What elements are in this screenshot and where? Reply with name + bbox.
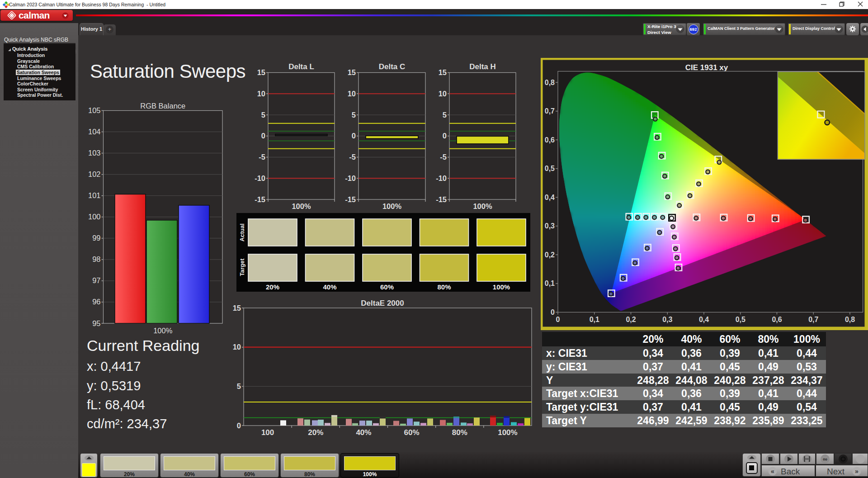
svg-text:0,6: 0,6 xyxy=(772,316,782,323)
svg-text:15: 15 xyxy=(233,304,241,312)
svg-text:0,5: 0,5 xyxy=(545,165,555,172)
svg-text:-5: -5 xyxy=(440,153,447,161)
svg-text:10: 10 xyxy=(233,343,241,351)
svg-text:96: 96 xyxy=(92,298,100,306)
svg-text:DeltaE 2000: DeltaE 2000 xyxy=(361,299,404,308)
svg-text:102: 102 xyxy=(88,170,101,178)
svg-text:80%: 80% xyxy=(437,283,451,291)
svg-text:-5: -5 xyxy=(259,153,265,161)
svg-text:-10: -10 xyxy=(345,174,356,182)
svg-text:97: 97 xyxy=(92,276,100,284)
svg-text:Target: Target xyxy=(239,258,245,276)
svg-text:20%: 20% xyxy=(308,428,323,437)
svg-text:99: 99 xyxy=(92,234,100,242)
svg-text:0,8: 0,8 xyxy=(845,316,855,323)
svg-text:»: » xyxy=(855,468,859,475)
svg-text:0,8: 0,8 xyxy=(545,79,555,86)
svg-text:0: 0 xyxy=(261,132,265,140)
svg-text:100%: 100% xyxy=(292,202,311,210)
svg-text:0,1: 0,1 xyxy=(590,316,599,323)
svg-text:0: 0 xyxy=(551,308,555,316)
svg-text:15: 15 xyxy=(348,68,356,76)
svg-text:0,2: 0,2 xyxy=(626,316,636,323)
svg-text:0,4: 0,4 xyxy=(699,316,709,323)
svg-text:0: 0 xyxy=(556,316,560,323)
svg-text:Delta H: Delta H xyxy=(469,62,496,71)
svg-text:95: 95 xyxy=(92,319,100,327)
svg-text:«: « xyxy=(771,468,774,475)
svg-text:-10: -10 xyxy=(436,174,447,182)
svg-text:5: 5 xyxy=(352,111,356,119)
svg-text:5: 5 xyxy=(237,382,241,390)
svg-text:15: 15 xyxy=(439,68,447,76)
svg-text:100: 100 xyxy=(261,428,274,437)
svg-text:Delta C: Delta C xyxy=(379,62,406,71)
svg-text:40%: 40% xyxy=(323,283,336,291)
svg-text:x: 0,4417: x: 0,4417 xyxy=(87,359,141,374)
svg-text:0,1: 0,1 xyxy=(545,279,555,287)
svg-text:0,4: 0,4 xyxy=(545,194,555,201)
svg-text:104: 104 xyxy=(88,128,101,136)
svg-text:Actual: Actual xyxy=(239,223,245,241)
svg-text:Delta L: Delta L xyxy=(288,62,314,71)
svg-text:101: 101 xyxy=(88,191,101,199)
svg-text:0,3: 0,3 xyxy=(662,316,672,323)
svg-text:Current Reading: Current Reading xyxy=(87,337,199,354)
svg-text:-10: -10 xyxy=(255,174,265,182)
svg-text:0: 0 xyxy=(352,132,356,140)
svg-text:0,3: 0,3 xyxy=(545,222,555,230)
svg-text:0: 0 xyxy=(237,421,241,430)
svg-text:15: 15 xyxy=(257,68,265,76)
svg-text:40%: 40% xyxy=(356,428,371,437)
svg-text:100%: 100% xyxy=(473,202,492,210)
svg-text:10: 10 xyxy=(439,90,447,98)
svg-text:60%: 60% xyxy=(380,283,394,291)
svg-text:-15: -15 xyxy=(436,195,447,204)
svg-text:5: 5 xyxy=(443,111,447,119)
svg-text:60%: 60% xyxy=(404,428,420,437)
svg-text:CIE 1931 xy: CIE 1931 xy xyxy=(685,63,728,72)
svg-text:fL: 68,404: fL: 68,404 xyxy=(87,398,145,412)
svg-text:0,2: 0,2 xyxy=(545,251,555,259)
svg-text:-15: -15 xyxy=(345,195,356,204)
svg-text:Saturation Sweeps: Saturation Sweeps xyxy=(90,61,245,82)
svg-text:y: 0,5319: y: 0,5319 xyxy=(87,379,141,393)
svg-text:-5: -5 xyxy=(349,153,356,161)
svg-text:98: 98 xyxy=(92,255,100,263)
svg-text:RGB Balance: RGB Balance xyxy=(140,102,185,110)
svg-text:80%: 80% xyxy=(452,428,467,437)
svg-text:∞: ∞ xyxy=(823,455,827,463)
svg-text:100%: 100% xyxy=(498,428,517,437)
svg-text:0,7: 0,7 xyxy=(808,316,818,323)
svg-text:calman: calman xyxy=(19,11,50,20)
svg-text:100%: 100% xyxy=(382,202,402,210)
svg-text:100%: 100% xyxy=(153,327,173,335)
svg-text:100%: 100% xyxy=(493,283,510,291)
svg-text:0,6: 0,6 xyxy=(545,136,555,144)
svg-text:10: 10 xyxy=(257,90,265,98)
svg-text:cd/m²: 234,37: cd/m²: 234,37 xyxy=(87,416,167,431)
svg-text:10: 10 xyxy=(348,90,356,98)
svg-text:105: 105 xyxy=(88,106,101,114)
svg-text:103: 103 xyxy=(88,149,101,157)
svg-text:-15: -15 xyxy=(255,195,265,204)
svg-text:0,5: 0,5 xyxy=(736,316,745,323)
svg-text:0: 0 xyxy=(443,132,447,140)
svg-text:100: 100 xyxy=(88,213,101,221)
svg-text:20%: 20% xyxy=(266,283,279,291)
svg-text:5: 5 xyxy=(261,111,265,119)
svg-text:0,7: 0,7 xyxy=(545,107,555,115)
